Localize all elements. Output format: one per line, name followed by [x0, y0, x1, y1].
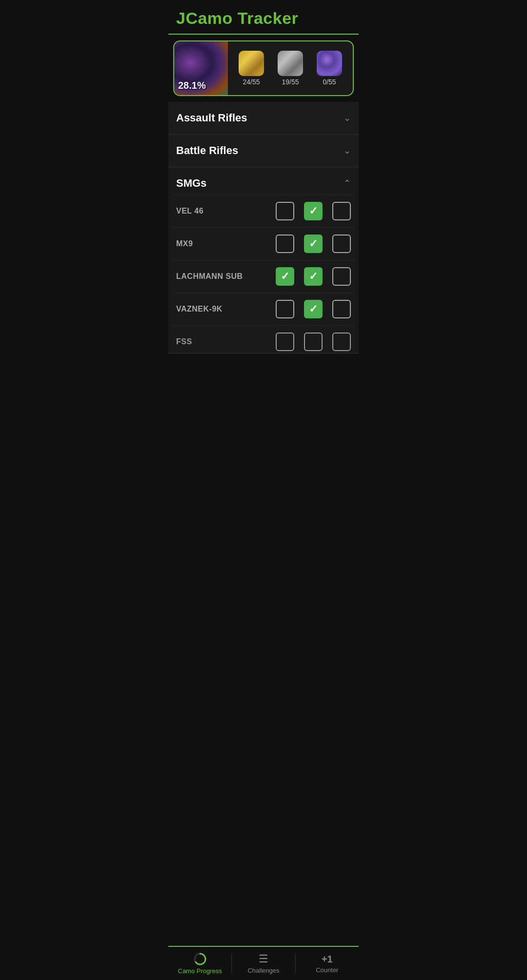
weapon-row-lachmann-sub: LACHMANN SUB ✓ ✓ — [173, 260, 354, 293]
weapon-row-vel46: VEL 46 ✓ — [173, 195, 354, 227]
gold-tier-count: 24/55 — [243, 78, 260, 86]
progress-tiers: 24/55 19/55 0/55 — [228, 47, 353, 90]
tier-silver: 19/55 — [278, 51, 303, 86]
smgs-section: SMGs ⌃ VEL 46 ✓ MX9 — [168, 167, 359, 353]
mx9-check-gold[interactable] — [276, 235, 294, 253]
camo-thumbnail: 28.1% — [174, 41, 228, 95]
fss-check-diamond[interactable] — [332, 333, 351, 351]
mx9-checkboxes: ✓ — [276, 235, 351, 253]
tier-gold: 24/55 — [239, 51, 264, 86]
lachmann-check-gold[interactable]: ✓ — [276, 267, 294, 286]
overall-percent: 28.1% — [178, 80, 206, 91]
silver-tier-icon — [278, 51, 303, 76]
battle-rifles-title: Battle Rifles — [176, 144, 238, 157]
fss-checkboxes — [276, 333, 351, 351]
vel46-check-diamond[interactable] — [332, 202, 351, 220]
checkmark-icon: ✓ — [309, 206, 318, 216]
lachmann-check-diamond[interactable] — [332, 267, 351, 286]
mx9-check-diamond[interactable] — [332, 235, 351, 253]
fss-check-gold[interactable] — [276, 333, 294, 351]
diamond-tier-count: 0/55 — [323, 78, 336, 86]
smg-weapon-list: VEL 46 ✓ MX9 ✓ — [168, 195, 359, 353]
checkmark-icon: ✓ — [281, 271, 289, 282]
weapon-row-mx9: MX9 ✓ — [173, 227, 354, 260]
assault-rifles-header[interactable]: Assault Rifles ⌄ — [168, 102, 359, 134]
checkmark-icon: ✓ — [309, 238, 318, 249]
vel46-check-silver[interactable]: ✓ — [304, 202, 323, 220]
smgs-chevron-icon: ⌃ — [344, 178, 351, 189]
assault-rifles-chevron-icon: ⌄ — [344, 113, 351, 123]
lachmann-check-silver[interactable]: ✓ — [304, 267, 323, 286]
weapon-row-vaznek-9k: VAZNEK-9K ✓ — [173, 293, 354, 325]
weapon-row-fss: FSS — [173, 325, 354, 353]
vel46-check-gold[interactable] — [276, 202, 294, 220]
battle-rifles-header[interactable]: Battle Rifles ⌄ — [168, 135, 359, 167]
vaznek-checkboxes: ✓ — [276, 300, 351, 318]
vel46-checkboxes: ✓ — [276, 202, 351, 220]
tier-diamond: 0/55 — [317, 51, 342, 86]
app-title: JCamo Tracker — [176, 9, 298, 27]
assault-rifles-section: Assault Rifles ⌄ — [168, 102, 359, 135]
battle-rifles-chevron-icon: ⌄ — [344, 145, 351, 156]
battle-rifles-section: Battle Rifles ⌄ — [168, 135, 359, 167]
progress-card: 28.1% 24/55 19/55 0/55 — [173, 40, 354, 96]
checkmark-icon: ✓ — [309, 304, 318, 314]
weapon-name-lachmann-sub: LACHMANN SUB — [176, 272, 276, 281]
weapon-name-fss: FSS — [176, 337, 276, 346]
diamond-tier-icon — [317, 51, 342, 76]
smgs-header[interactable]: SMGs ⌃ — [168, 167, 359, 195]
weapon-name-mx9: MX9 — [176, 239, 276, 248]
mx9-check-silver[interactable]: ✓ — [304, 235, 323, 253]
vaznek-check-gold[interactable] — [276, 300, 294, 318]
smgs-title: SMGs — [176, 177, 206, 190]
checkmark-icon: ✓ — [309, 271, 318, 282]
vaznek-check-diamond[interactable] — [332, 300, 351, 318]
fss-check-silver[interactable] — [304, 333, 323, 351]
assault-rifles-title: Assault Rifles — [176, 112, 247, 124]
vaznek-check-silver[interactable]: ✓ — [304, 300, 323, 318]
lachmann-checkboxes: ✓ ✓ — [276, 267, 351, 286]
weapon-name-vel46: VEL 46 — [176, 207, 276, 216]
gold-tier-icon — [239, 51, 264, 76]
app-header: JCamo Tracker — [168, 0, 359, 35]
silver-tier-count: 19/55 — [282, 78, 299, 86]
weapon-name-vaznek-9k: VAZNEK-9K — [176, 305, 276, 314]
